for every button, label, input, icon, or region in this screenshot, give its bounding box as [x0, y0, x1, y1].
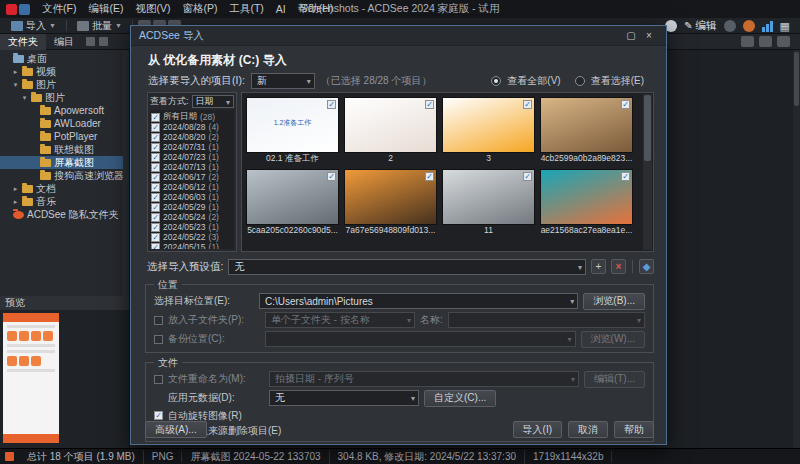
menu-item[interactable]: 工具(T): [223, 2, 269, 16]
date-checkbox[interactable]: ✓: [151, 233, 160, 242]
tab-folders[interactable]: 文件夹: [0, 34, 46, 50]
date-checkbox[interactable]: ✓: [151, 183, 160, 192]
tree-item[interactable]: ▸ 文档: [0, 182, 123, 195]
import-confirm-button[interactable]: 导入(I): [513, 421, 562, 438]
thumbnail-item[interactable]: ✓ 2: [344, 97, 437, 164]
date-row[interactable]: ✓ 2024/07/31 (1): [151, 142, 233, 152]
date-checkbox[interactable]: ✓: [151, 123, 160, 132]
thumbnail-checkbox[interactable]: ✓: [425, 100, 434, 109]
menu-item[interactable]: 帮助(H): [292, 2, 340, 16]
tree-item[interactable]: ACDSee 隐私文件夹: [0, 208, 123, 221]
tree-item[interactable]: 屏幕截图: [0, 156, 123, 169]
thumbnail-item[interactable]: ✓ ae21568ac27ea8ea1e...: [540, 169, 633, 236]
subfolder-select[interactable]: 单个子文件夹 - 按名称: [265, 312, 415, 328]
dialog-close-button[interactable]: ×: [640, 29, 658, 43]
subfolder-checkbox[interactable]: ✓: [154, 316, 163, 325]
date-row[interactable]: ✓ 2024/06/17 (2): [151, 172, 233, 182]
browse-target-button[interactable]: 浏览(B)...: [583, 293, 645, 310]
thumbnail-checkbox[interactable]: ✓: [523, 172, 532, 181]
date-row[interactable]: ✓ 2024/05/29 (1): [151, 202, 233, 212]
target-location-select[interactable]: C:\Users\admin\Pictures: [259, 293, 578, 309]
tab-catalog[interactable]: 编目: [46, 34, 82, 50]
sidebar-scrollbar[interactable]: [123, 50, 129, 296]
date-row[interactable]: ✓ 2024/05/15 (1): [151, 242, 233, 249]
tree-item[interactable]: Apowersoft: [0, 104, 123, 117]
delete-preset-icon[interactable]: ×: [611, 259, 626, 274]
view-options-icon[interactable]: [777, 36, 790, 47]
date-row[interactable]: ✓ 2024/08/20 (2): [151, 132, 233, 142]
date-row[interactable]: ✓ 2024/07/23 (1): [151, 152, 233, 162]
menu-item[interactable]: AI: [270, 3, 292, 15]
view-selected-radio[interactable]: [575, 76, 585, 86]
thumbnail-checkbox[interactable]: ✓: [621, 100, 630, 109]
date-checkbox[interactable]: ✓: [151, 193, 160, 202]
date-checkbox[interactable]: ✓: [151, 163, 160, 172]
rename-pattern-select[interactable]: 拍摄日期 - 序列号: [269, 371, 579, 387]
thumbnail-checkbox[interactable]: ✓: [425, 172, 434, 181]
date-checkbox[interactable]: ✓: [151, 223, 160, 232]
collapse-panel-icon[interactable]: [99, 37, 108, 46]
date-row[interactable]: ✓ 2024/08/28 (4): [151, 122, 233, 132]
view-by-select[interactable]: 日期: [192, 95, 234, 108]
date-checkbox[interactable]: ✓: [151, 213, 160, 222]
grid-scrollbar-thumb[interactable]: [644, 95, 651, 161]
thumbnail-checkbox[interactable]: ✓: [327, 172, 336, 181]
import-items-select[interactable]: 新: [251, 73, 315, 89]
grid-scrollbar[interactable]: [643, 94, 652, 250]
tree-item[interactable]: PotPlayer: [0, 130, 123, 143]
save-preset-icon[interactable]: ◆: [639, 259, 654, 274]
advanced-button[interactable]: 高级(A)...: [145, 421, 207, 438]
thumbnail-item[interactable]: ✓ 7a67e56948809fd013...: [344, 169, 437, 236]
date-checkbox[interactable]: ✓: [151, 133, 160, 142]
rename-checkbox[interactable]: ✓: [154, 375, 163, 384]
menu-item[interactable]: 窗格(P): [176, 2, 223, 16]
batch-button[interactable]: 批量 ▼: [72, 18, 127, 33]
thumbnail-checkbox[interactable]: ✓: [327, 100, 336, 109]
date-row[interactable]: ✓ 2024/05/24 (2): [151, 212, 233, 222]
thumbnail-checkbox[interactable]: ✓: [523, 100, 532, 109]
date-checkbox[interactable]: ✓: [151, 143, 160, 152]
tree-item[interactable]: ▸ 视频: [0, 65, 123, 78]
thumbnail-item[interactable]: ✓ 11: [442, 169, 535, 236]
menu-item[interactable]: 编辑(E): [82, 2, 129, 16]
thumbnail-item[interactable]: ✓ 4cb2599a0b2a89e823...: [540, 97, 633, 164]
expand-arrow-icon[interactable]: ▸: [12, 198, 19, 206]
date-row[interactable]: ✓ 2024/05/22 (3): [151, 232, 233, 242]
preview-header[interactable]: 预览: [0, 296, 129, 310]
date-row[interactable]: ✓ 2024/06/12 (1): [151, 182, 233, 192]
globe-icon[interactable]: [724, 20, 736, 32]
thumbnail-checkbox[interactable]: ✓: [621, 172, 630, 181]
dialog-titlebar[interactable]: ACDSee 导入 ▢ ×: [131, 26, 666, 46]
tree-item[interactable]: 联想截图: [0, 143, 123, 156]
subfolder-name-select[interactable]: [448, 312, 645, 328]
tree-item[interactable]: ▾ 图片: [0, 91, 123, 104]
menu-item[interactable]: 文件(F): [36, 2, 82, 16]
date-checkbox[interactable]: ✓: [151, 153, 160, 162]
metadata-select[interactable]: 无: [269, 390, 419, 406]
notifications-icon[interactable]: [743, 20, 755, 32]
view-grid-icon[interactable]: ▦: [780, 20, 790, 32]
backup-location-field[interactable]: [265, 331, 576, 347]
thumbnail-item[interactable]: ✓ 5caa205c02260c90d5...: [246, 169, 339, 236]
edit-rename-button[interactable]: 编辑(T)...: [584, 371, 645, 388]
thumbnail-item[interactable]: 1.2准备工作 ✓ 02.1 准备工作: [246, 97, 339, 164]
help-button[interactable]: 帮助: [614, 421, 654, 438]
pin-icon[interactable]: [86, 37, 95, 46]
main-scrollbar[interactable]: [793, 50, 800, 448]
date-checkbox[interactable]: ✓: [151, 243, 160, 250]
tree-item[interactable]: ▸ 音乐: [0, 195, 123, 208]
date-row[interactable]: ✓ 2024/05/23 (1): [151, 222, 233, 232]
date-row[interactable]: ✓ 所有日期 (28): [151, 112, 233, 122]
date-checkbox[interactable]: ✓: [151, 113, 160, 122]
import-button[interactable]: 导入 ▼: [6, 18, 61, 33]
date-row[interactable]: ✓ 2024/07/13 (1): [151, 162, 233, 172]
account-icon[interactable]: [665, 20, 677, 32]
sort-icon[interactable]: [759, 36, 772, 47]
autorotate-checkbox[interactable]: ✓: [154, 411, 163, 420]
expand-arrow-icon[interactable]: ▸: [12, 68, 19, 76]
backup-checkbox[interactable]: ✓: [154, 335, 163, 344]
date-checkbox[interactable]: ✓: [151, 173, 160, 182]
date-checkbox[interactable]: ✓: [151, 203, 160, 212]
view-all-radio[interactable]: [491, 76, 501, 86]
dialog-maximize-button[interactable]: ▢: [622, 29, 640, 43]
